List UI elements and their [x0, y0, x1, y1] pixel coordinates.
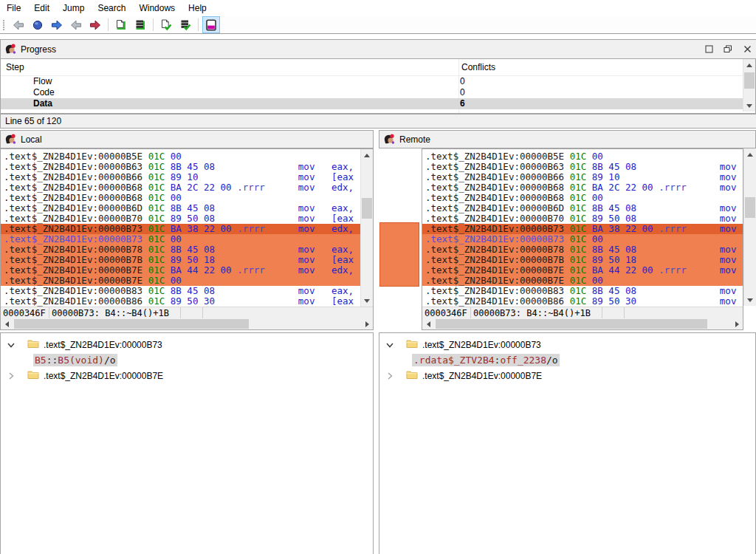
asm-line[interactable]: .text$_ZN2B4D1Ev:00000B86 01C 89 50 30mo… — [422, 296, 743, 307]
conflict-value[interactable]: .rdata$_ZTV2B4:off_2238/o — [412, 354, 560, 366]
expand-toggle[interactable] — [7, 372, 16, 380]
step-label: Data — [33, 98, 52, 109]
menu-item-search[interactable]: Search — [91, 1, 132, 16]
asm-flags: 01C — [570, 275, 587, 286]
asm-bytes: 8B 45 08 — [592, 244, 636, 255]
asm-flags: 01C — [570, 182, 587, 193]
asm-line[interactable]: .text$_ZN2B4D1Ev:00000B68 01C BA 2C 22 0… — [1, 182, 373, 193]
asm-line[interactable]: .text$_ZN2B4D1Ev:00000B78 01C 8B 45 08mo… — [1, 244, 373, 255]
progress-row-data[interactable]: Data6 — [1, 98, 755, 109]
asm-line[interactable]: .text$_ZN2B4D1Ev:00000B73 01C 00 — [422, 234, 743, 244]
document-local-button[interactable] — [112, 16, 130, 33]
remote-vertical-scrollbar[interactable] — [743, 148, 756, 306]
asm-flags: 01C — [570, 223, 587, 234]
expand-toggle[interactable] — [385, 372, 394, 380]
asm-line[interactable]: .text$_ZN2B4D1Ev:00000B7E 01C 00 — [1, 276, 373, 286]
close-button[interactable] — [738, 42, 756, 56]
asm-line[interactable]: .text$_ZN2B4D1Ev:00000B68 01C 00 — [1, 193, 373, 203]
local-vertical-scrollbar[interactable] — [360, 149, 373, 307]
asm-line[interactable]: .text$_ZN2B4D1Ev:00000B68 01C 00 — [422, 193, 743, 203]
scroll-right-button[interactable] — [731, 318, 743, 330]
asm-line[interactable]: .text$_ZN2B4D1Ev:00000B7E 01C BA 44 22 0… — [1, 265, 373, 276]
scroll-down-button[interactable] — [743, 100, 755, 112]
menu-item-windows[interactable]: Windows — [132, 1, 182, 16]
conflict-value[interactable]: B5::B5(void)/o — [33, 354, 117, 366]
document-accept-button[interactable] — [157, 16, 175, 33]
right-arrow-icon — [735, 321, 739, 327]
merge-view-toggle-button[interactable] — [202, 16, 220, 33]
asm-mnemonic: mov — [298, 213, 315, 224]
scrollbar-thumb[interactable] — [362, 198, 372, 219]
asm-label: .text$_ZN2B4D1Ev:00000B68 — [4, 192, 142, 203]
tree-node[interactable]: .text$_ZN2B4D1Ev:00000B7E — [1, 368, 373, 383]
toolbar-separator — [198, 18, 199, 31]
local-horizontal-scrollbar[interactable] — [1, 318, 373, 329]
windows-button[interactable] — [718, 42, 738, 56]
menu-item-jump[interactable]: Jump — [56, 1, 91, 16]
asm-flags: 01C — [148, 233, 165, 244]
progress-row-code[interactable]: Code0 — [1, 87, 755, 98]
toolbar-grip[interactable] — [3, 24, 4, 26]
scrollbar-thumb[interactable] — [436, 319, 707, 329]
scroll-up-button[interactable] — [744, 148, 756, 160]
tree-leaf-row[interactable]: .rdata$_ZTV2B4:off_2238/o — [379, 352, 755, 368]
asm-line[interactable]: .text$_ZN2B4D1Ev:00000B73 01C BA 38 22 0… — [1, 224, 373, 234]
scrollbar-thumb[interactable] — [745, 197, 755, 218]
asm-line[interactable]: .text$_ZN2B4D1Ev:00000B63 01C 8B 45 08mo… — [1, 162, 373, 172]
expand-toggle[interactable] — [7, 341, 16, 349]
status-cell: 00000B73: B4::~B4()+1B — [471, 307, 602, 319]
scroll-left-button[interactable] — [422, 318, 434, 330]
asm-line[interactable]: .text$_ZN2B4D1Ev:00000B6D 01C 8B 45 08mo… — [422, 203, 743, 213]
menu-item-help[interactable]: Help — [182, 1, 213, 16]
asm-line[interactable]: .text$_ZN2B4D1Ev:00000B6D 01C 8B 45 08mo… — [1, 203, 373, 213]
asm-line[interactable]: .text$_ZN2B4D1Ev:00000B7E 01C BA 44 22 0… — [422, 265, 743, 276]
scroll-down-button[interactable] — [744, 294, 756, 306]
asm-line[interactable]: .text$_ZN2B4D1Ev:00000B68 01C BA 2C 22 0… — [422, 182, 743, 193]
leaf-segment: B5 — [35, 355, 47, 366]
tree-node[interactable]: .text$_ZN2B4D1Ev:00000B73 — [1, 337, 373, 352]
asm-line[interactable]: .text$_ZN2B4D1Ev:00000B63 01C 8B 45 08mo… — [422, 162, 743, 172]
asm-line[interactable]: .text$_ZN2B4D1Ev:00000B73 01C BA 38 22 0… — [422, 224, 743, 234]
asm-line[interactable]: .text$_ZN2B4D1Ev:00000B5E 01C 00 — [422, 151, 743, 162]
list-accept-button[interactable] — [176, 16, 194, 33]
menu-item-file[interactable]: File — [0, 1, 27, 16]
asm-line[interactable]: .text$_ZN2B4D1Ev:00000B66 01C 89 10mov[e… — [422, 172, 743, 182]
asm-line[interactable]: .text$_ZN2B4D1Ev:00000B7B 01C 89 50 18mo… — [422, 255, 743, 265]
tree-node[interactable]: .text$_ZN2B4D1Ev:00000B7E — [379, 368, 755, 383]
asm-line[interactable]: .text$_ZN2B4D1Ev:00000B83 01C 8B 45 08mo… — [1, 286, 373, 296]
previous-conflict-button[interactable] — [67, 16, 85, 33]
asm-line[interactable]: .text$_ZN2B4D1Ev:00000B7E 01C 00 — [422, 276, 743, 286]
asm-label: .text$_ZN2B4D1Ev:00000B83 — [4, 285, 142, 296]
navigate-back-button[interactable] — [10, 16, 27, 33]
tree-node[interactable]: .text$_ZN2B4D1Ev:00000B73 — [379, 337, 755, 352]
tree-leaf-row[interactable]: B5::B5(void)/o — [1, 352, 373, 368]
asm-line[interactable]: .text$_ZN2B4D1Ev:00000B5E 01C 00 — [1, 151, 373, 162]
asm-line[interactable]: .text$_ZN2B4D1Ev:00000B86 01C 89 50 30mo… — [1, 296, 373, 307]
expand-toggle[interactable] — [385, 341, 394, 349]
scrollbar-thumb[interactable] — [14, 319, 249, 329]
scroll-down-button[interactable] — [361, 295, 373, 307]
asm-line[interactable]: .text$_ZN2B4D1Ev:00000B70 01C 89 50 08mo… — [422, 213, 743, 224]
scrollbar-thumb[interactable] — [744, 72, 755, 89]
current-position-button[interactable] — [29, 16, 47, 33]
list-local-button[interactable] — [131, 16, 149, 33]
menu-item-edit[interactable]: Edit — [27, 1, 56, 16]
asm-line[interactable]: .text$_ZN2B4D1Ev:00000B78 01C 8B 45 08mo… — [422, 244, 743, 255]
navigate-forward-button[interactable] — [48, 16, 66, 33]
next-conflict-button[interactable] — [86, 16, 104, 33]
progress-scrollbar[interactable] — [743, 59, 755, 112]
maximize-button[interactable] — [699, 42, 718, 56]
asm-line[interactable]: .text$_ZN2B4D1Ev:00000B83 01C 8B 45 08mo… — [422, 286, 743, 296]
progress-row-flow[interactable]: Flow0 — [1, 76, 755, 87]
local-conflict-tree: .text$_ZN2B4D1Ev:00000B73B5::B5(void)/o.… — [0, 332, 374, 554]
scroll-right-button[interactable] — [361, 318, 373, 330]
asm-line[interactable]: .text$_ZN2B4D1Ev:00000B7B 01C 89 50 18mo… — [1, 255, 373, 265]
scroll-left-button[interactable] — [1, 318, 13, 330]
remote-horizontal-scrollbar[interactable] — [422, 318, 743, 329]
asm-line[interactable]: .text$_ZN2B4D1Ev:00000B66 01C 89 10mov[e… — [1, 172, 373, 182]
asm-mnemonic: mov — [720, 265, 737, 276]
scroll-up-button[interactable] — [743, 59, 755, 71]
scroll-up-button[interactable] — [361, 149, 373, 161]
asm-line[interactable]: .text$_ZN2B4D1Ev:00000B73 01C 00 — [1, 234, 373, 244]
asm-line[interactable]: .text$_ZN2B4D1Ev:00000B70 01C 89 50 08mo… — [1, 213, 373, 224]
